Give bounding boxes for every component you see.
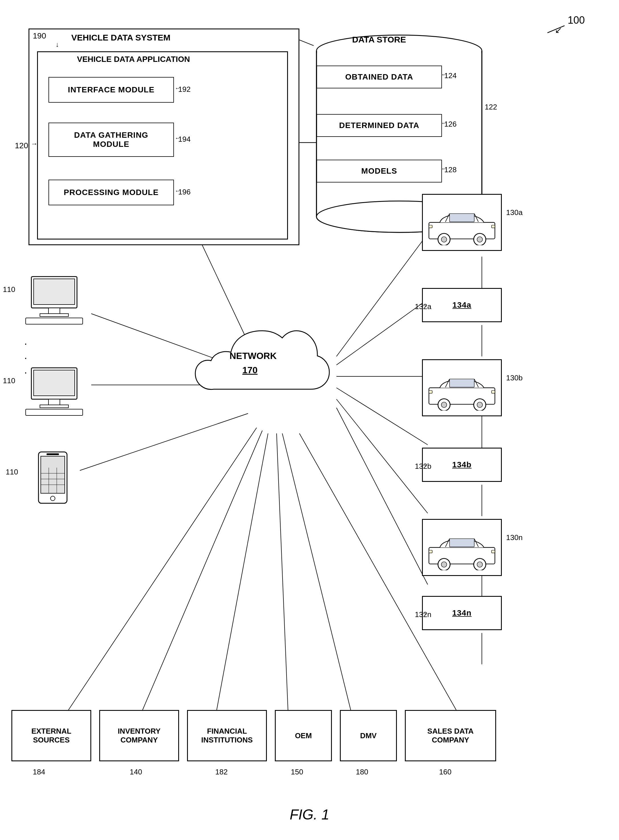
- determined-data-box: DETERMINED DATA: [317, 114, 442, 137]
- svg-rect-51: [41, 456, 65, 493]
- svg-line-16: [336, 388, 428, 445]
- external-sources-label: EXTERNAL SOURCES: [31, 727, 71, 744]
- car-130a: [422, 194, 502, 251]
- proc-module-box: PROCESSING MODULE: [48, 179, 174, 205]
- proc-ref-arrow: ←: [175, 188, 181, 194]
- svg-point-74: [441, 402, 447, 408]
- car-130n-ref: 130n: [506, 533, 523, 542]
- external-sources-ref: 184: [33, 768, 45, 776]
- svg-line-19: [69, 428, 257, 710]
- svg-line-21: [217, 433, 268, 710]
- obtained-data-box: OBTAINED DATA: [317, 66, 442, 88]
- svg-point-66: [477, 237, 483, 242]
- proc-label: PROCESSING MODULE: [64, 188, 159, 197]
- dd-arrow: ←: [441, 120, 447, 126]
- svg-rect-62: [450, 214, 474, 222]
- device-132a: 134a: [422, 288, 502, 322]
- svg-line-20: [142, 430, 262, 710]
- vds-ref: 190: [33, 31, 46, 40]
- svg-line-17: [336, 399, 428, 513]
- device-132b-arrow: →: [422, 462, 427, 468]
- sales-data-label: SALES DATA COMPANY: [428, 727, 474, 744]
- od-arrow: ←: [441, 71, 447, 78]
- phone-ref: 110: [6, 468, 18, 477]
- svg-line-13: [336, 234, 428, 356]
- svg-rect-47: [48, 399, 60, 405]
- dmv-label: DMV: [360, 731, 377, 740]
- svg-rect-52: [46, 453, 59, 455]
- computer-1: [23, 274, 85, 326]
- network-label: NETWORK: [230, 351, 277, 361]
- car-130a-ref: 130a: [506, 208, 523, 217]
- interface-ref-arrow: ←: [175, 85, 181, 91]
- car-130b-ref: 130b: [506, 374, 523, 383]
- device-132b-label: 134b: [452, 460, 472, 469]
- sales-data-box: SALES DATA COMPANY: [405, 710, 496, 761]
- financial-ref: 182: [215, 768, 227, 776]
- diagram-arrow: ↙: [555, 25, 562, 35]
- svg-rect-67: [492, 225, 495, 228]
- svg-line-0: [299, 40, 314, 46]
- svg-rect-43: [40, 314, 69, 317]
- svg-rect-68: [429, 225, 432, 228]
- svg-line-18: [336, 408, 428, 584]
- network-ref: 170: [242, 365, 257, 375]
- device-132n-arrow: →: [422, 610, 427, 617]
- inventory-company-label: INVENTORY COMPANY: [118, 727, 160, 744]
- inventory-company-ref: 140: [130, 768, 142, 776]
- svg-rect-82: [450, 539, 474, 547]
- computer-2-ref: 110: [3, 377, 15, 385]
- svg-rect-46: [34, 370, 75, 396]
- device-132b: 134b: [422, 448, 502, 482]
- interface-module-label: INTERFACE MODULE: [68, 85, 154, 94]
- dgm-label: DATA GATHERING MODULE: [74, 131, 148, 149]
- svg-rect-41: [34, 279, 75, 305]
- phone-icon: [30, 450, 76, 514]
- vda-label: VEHICLE DATA APPLICATION: [77, 55, 190, 64]
- models-box: MODELS: [317, 160, 442, 182]
- diagram-number: 100: [568, 14, 585, 26]
- inventory-company-box: INVENTORY COMPANY: [99, 710, 179, 761]
- interface-module-box: INTERFACE MODULE: [48, 77, 174, 103]
- computer-2: [23, 365, 85, 417]
- svg-point-86: [477, 562, 483, 567]
- vds-ref-arrow: ↓: [55, 40, 59, 48]
- models-label: MODELS: [361, 166, 397, 176]
- svg-rect-49: [25, 409, 83, 416]
- device-132n: 134n: [422, 596, 502, 630]
- svg-point-84: [441, 562, 447, 567]
- svg-rect-42: [48, 308, 60, 314]
- device-132n-label: 134n: [452, 608, 472, 617]
- financial-institutions-box: FINANCIAL INSTITUTIONS: [187, 710, 267, 761]
- vda-arrow: →: [31, 140, 37, 148]
- svg-line-23: [282, 433, 351, 710]
- computer-1-ref: 110: [3, 285, 15, 294]
- models-arrow: ←: [441, 165, 447, 172]
- svg-rect-87: [492, 550, 495, 553]
- oem-ref: 150: [291, 768, 303, 776]
- obtained-data-label: OBTAINED DATA: [345, 72, 413, 82]
- car-130b: [422, 359, 502, 416]
- svg-line-22: [277, 433, 288, 710]
- determined-data-label: DETERMINED DATA: [339, 121, 419, 130]
- ds-label: DATA STORE: [352, 35, 406, 45]
- svg-rect-48: [40, 405, 69, 408]
- dmv-ref: 180: [356, 768, 368, 776]
- oem-box: OEM: [275, 710, 332, 761]
- device-132a-arrow: →: [422, 302, 427, 309]
- sales-data-ref: 160: [439, 768, 452, 776]
- svg-point-76: [477, 402, 483, 408]
- car-130n: [422, 519, 502, 576]
- external-sources-box: EXTERNAL SOURCES: [11, 710, 91, 761]
- device-132a-label: 134a: [453, 300, 471, 309]
- svg-rect-72: [450, 379, 474, 387]
- svg-rect-77: [492, 391, 495, 393]
- oem-label: OEM: [295, 731, 312, 740]
- svg-rect-44: [25, 318, 83, 324]
- vds-label: VEHICLE DATA SYSTEM: [71, 33, 170, 42]
- dgm-ref-arrow: ←: [175, 135, 181, 141]
- svg-point-53: [51, 496, 55, 501]
- dgm-box: DATA GATHERING MODULE: [48, 123, 174, 157]
- dmv-box: DMV: [340, 710, 397, 761]
- vda-ref: 120: [15, 141, 28, 150]
